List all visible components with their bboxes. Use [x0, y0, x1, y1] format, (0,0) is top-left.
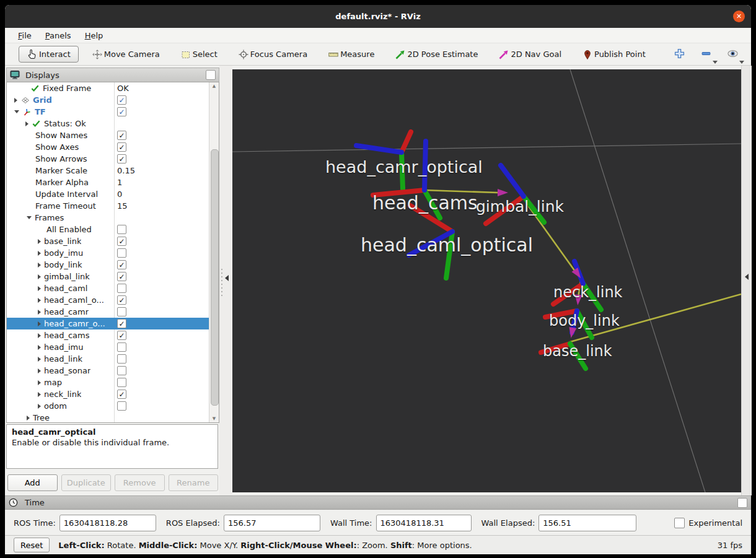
property-checkbox[interactable]	[117, 378, 126, 387]
property-checkbox[interactable]: ✓	[117, 272, 126, 281]
minus-tool-button[interactable]	[697, 46, 715, 63]
tree-row-show-axes[interactable]: Show Axes✓	[7, 141, 219, 153]
tree-row-head-camr-o-[interactable]: head_camr_o...✓	[7, 318, 219, 329]
property-checkbox[interactable]: ✓	[117, 390, 126, 399]
title-bar[interactable]: default.rviz* - RViz ✕	[5, 5, 751, 28]
tree-row-show-arrows[interactable]: Show Arrows✓	[7, 153, 219, 165]
tool-focus-camera[interactable]: Focus Camera	[235, 47, 311, 62]
property-checkbox[interactable]	[117, 248, 126, 258]
duplicate-button[interactable]: Duplicate	[61, 474, 112, 491]
tool-interact[interactable]: Interact	[19, 46, 79, 63]
tree-row-show-names[interactable]: Show Names✓	[7, 129, 219, 141]
expand-right-icon[interactable]	[14, 98, 17, 103]
expand-right-icon[interactable]	[38, 239, 41, 244]
tree-row-gimbal-link[interactable]: gimbal_link✓	[7, 271, 219, 282]
tree-scrollbar[interactable]: ▲ ▼	[209, 82, 219, 422]
tree-row-grid[interactable]: Grid✓	[7, 94, 217, 106]
tree-row-status-ok[interactable]: Status: Ok	[7, 118, 219, 129]
property-checkbox[interactable]	[117, 284, 126, 293]
tree-row-head-sonar[interactable]: head_sonar	[7, 365, 219, 377]
expand-right-icon[interactable]	[27, 416, 30, 421]
expand-down-icon[interactable]	[27, 216, 32, 219]
tree-row-head-link[interactable]: head_link	[7, 353, 219, 365]
property-value[interactable]: OK	[117, 84, 129, 93]
tool-measure[interactable]: Measure	[325, 47, 378, 62]
tree-row-tf[interactable]: TF✓	[7, 106, 217, 118]
property-checkbox[interactable]	[117, 401, 126, 411]
expand-right-icon[interactable]	[38, 357, 41, 362]
property-checkbox[interactable]	[117, 225, 126, 234]
tree-row-neck-link[interactable]: neck_link✓	[7, 388, 219, 400]
property-checkbox[interactable]: ✓	[117, 131, 126, 140]
tree-row-body-imu[interactable]: body_imu	[7, 247, 219, 259]
property-checkbox[interactable]	[117, 354, 126, 364]
tree-row-head-imu[interactable]: head_imu	[7, 341, 219, 353]
property-value[interactable]: 15	[117, 201, 128, 211]
tree-row-fixed-frame[interactable]: Fixed FrameOK	[7, 82, 219, 94]
property-checkbox[interactable]: ✓	[117, 107, 126, 116]
left-splitter[interactable]	[219, 66, 232, 495]
collapse-left-icon[interactable]	[225, 275, 229, 281]
tree-row-head-caml-o-[interactable]: head_caml_o...✓	[7, 294, 219, 306]
expand-right-icon[interactable]	[38, 263, 41, 268]
toolbar-drag-handle-icon[interactable]	[10, 47, 14, 62]
add-button[interactable]: Add	[7, 474, 58, 491]
property-checkbox[interactable]: ✓	[117, 260, 126, 269]
tree-row-marker-alpha[interactable]: Marker Alpha1	[7, 177, 219, 188]
plus-tool-button[interactable]	[670, 46, 688, 63]
scroll-up-icon[interactable]: ▲	[209, 82, 219, 90]
tool-2d-nav-goal[interactable]: 2D Nav Goal	[495, 47, 565, 62]
field-input-ros-elapsed-[interactable]	[224, 515, 320, 531]
tool-2d-pose-estimate[interactable]: 2D Pose Estimate	[392, 47, 481, 62]
expand-right-icon[interactable]	[38, 368, 41, 373]
right-splitter[interactable]	[741, 66, 752, 495]
tree-row-head-cams[interactable]: head_cams✓	[7, 329, 219, 341]
chevron-down-icon[interactable]	[713, 61, 718, 64]
menu-item-file[interactable]: File	[12, 30, 37, 41]
property-value[interactable]: 0	[117, 190, 122, 199]
expand-right-icon[interactable]	[38, 286, 41, 291]
property-checkbox[interactable]: ✓	[117, 295, 126, 305]
tool-select[interactable]: Select	[177, 47, 221, 62]
property-checkbox[interactable]: ✓	[117, 142, 126, 152]
property-value[interactable]: 0.15	[117, 166, 135, 175]
property-checkbox[interactable]: ✓	[117, 95, 126, 105]
tree-row-head-caml[interactable]: head_caml	[7, 282, 219, 294]
tree-row-update-interval[interactable]: Update Interval0	[7, 188, 219, 200]
property-checkbox[interactable]: ✓	[117, 319, 126, 328]
field-input-ros-time-[interactable]	[59, 515, 156, 531]
eye-tool-button[interactable]	[724, 46, 742, 63]
time-float-button[interactable]	[737, 498, 747, 508]
property-checkbox[interactable]: ✓	[117, 331, 126, 340]
menu-item-help[interactable]: Help	[79, 30, 109, 41]
remove-button[interactable]: Remove	[115, 474, 165, 491]
experimental-checkbox[interactable]	[674, 518, 685, 528]
tree-row-marker-scale[interactable]: Marker Scale0.15	[7, 165, 219, 177]
tree-row-map[interactable]: map	[7, 377, 219, 388]
expand-down-icon[interactable]	[14, 110, 19, 113]
tree-row-all-enabled[interactable]: All Enabled	[7, 224, 219, 235]
displays-panel-header[interactable]: Displays	[6, 68, 219, 82]
scrollbar-thumb[interactable]	[211, 149, 219, 406]
property-checkbox[interactable]	[117, 342, 126, 352]
time-panel-header[interactable]: Time	[5, 495, 751, 510]
expand-right-icon[interactable]	[25, 121, 29, 126]
reset-button[interactable]: Reset	[14, 538, 50, 552]
tool-publish-point[interactable]: Publish Point	[579, 47, 649, 62]
expand-right-icon[interactable]	[38, 380, 41, 385]
chevron-down-icon[interactable]	[739, 61, 744, 64]
close-icon[interactable]: ✕	[733, 11, 745, 22]
3d-viewport[interactable]: head_camr_opticalhead_camsgimbal_linkhea…	[232, 69, 741, 492]
tree-row-tree[interactable]: Tree	[7, 412, 219, 423]
expand-right-icon[interactable]	[38, 321, 41, 326]
rename-button[interactable]: Rename	[169, 474, 219, 491]
scroll-down-icon[interactable]: ▼	[209, 415, 219, 422]
tree-row-body-link[interactable]: body_link✓	[7, 259, 219, 271]
displays-float-button[interactable]	[206, 70, 216, 80]
collapse-right-icon[interactable]	[745, 274, 749, 280]
property-checkbox[interactable]	[117, 366, 126, 375]
tree-row-odom[interactable]: odom	[7, 400, 219, 412]
expand-right-icon[interactable]	[38, 345, 41, 350]
expand-right-icon[interactable]	[38, 404, 41, 409]
tool-move-camera[interactable]: Move Camera	[89, 47, 164, 62]
